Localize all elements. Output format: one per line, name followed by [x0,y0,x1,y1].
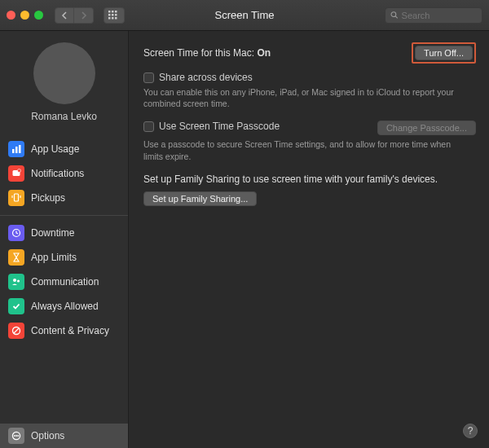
close-window-icon[interactable] [7,11,15,20]
titlebar: Screen Time [0,0,489,31]
svg-rect-6 [108,17,111,20]
svg-point-25 [17,435,19,437]
svg-line-21 [14,328,19,333]
use-passcode-desc: Use a passcode to secure Screen Time set… [143,138,476,161]
svg-rect-3 [108,14,111,16]
minimize-window-icon[interactable] [20,11,29,20]
sidebar-item-label: Notifications [31,168,84,179]
search-field[interactable] [385,7,482,24]
svg-point-15 [18,169,21,173]
user-section: Romana Levko [0,42,128,122]
sidebar-item-label: Options [31,430,64,441]
always-allowed-icon [8,298,24,314]
share-across-devices-label: Share across devices [159,72,253,83]
sidebar-item-options[interactable]: Options [0,424,128,448]
svg-rect-0 [108,11,111,13]
sidebar-item-communication[interactable]: Communication [0,270,128,294]
change-passcode-button[interactable]: Change Passcode... [377,121,476,135]
sidebar-item-label: Always Allowed [31,301,99,312]
turn-off-highlight: Turn Off... [412,42,476,64]
family-sharing-text: Set up Family Sharing to use screen time… [143,173,476,185]
content-privacy-icon [8,323,24,339]
svg-point-19 [17,279,20,282]
sidebar-item-notifications[interactable]: Notifications [0,161,128,186]
grid-icon [108,11,120,20]
svg-point-9 [391,12,396,17]
svg-rect-7 [112,17,114,20]
content-pane: Screen Time for this Mac: On Turn Off...… [129,31,489,448]
sidebar-item-label: App Limits [31,252,77,263]
svg-rect-5 [115,14,117,16]
sidebar-item-label: Downtime [31,227,74,239]
svg-rect-12 [15,147,18,153]
fullscreen-window-icon[interactable] [34,11,43,20]
sidebar-item-app-limits[interactable]: App Limits [0,245,128,270]
screen-time-status: Screen Time for this Mac: On [143,47,271,59]
app-limits-icon [8,249,24,266]
svg-point-18 [13,279,16,282]
notifications-icon [8,165,24,182]
svg-point-23 [14,435,15,437]
communication-icon [8,274,24,290]
window-controls [7,11,43,20]
svg-rect-1 [112,11,114,13]
sidebar-item-label: App Usage [31,143,79,155]
svg-point-24 [15,435,17,437]
search-input[interactable] [402,11,477,20]
sidebar-item-always-allowed[interactable]: Always Allowed [0,294,128,318]
options-icon [8,428,24,444]
share-across-devices-desc: You can enable this on any iPhone, iPad,… [143,86,476,109]
svg-rect-8 [115,17,117,20]
forward-button[interactable] [74,7,94,24]
sidebar-item-downtime[interactable]: Downtime [0,221,128,245]
svg-line-10 [395,16,397,18]
sidebar-item-label: Content & Privacy [31,325,109,336]
svg-rect-4 [112,14,114,16]
use-passcode-checkbox[interactable] [143,121,154,132]
nav-buttons [55,7,94,24]
svg-rect-16 [15,194,19,201]
sidebar: Romana Levko App Usage Notifications Pic… [0,31,129,448]
sidebar-item-label: Pickups [31,192,65,204]
use-passcode-label: Use Screen Time Passcode [159,121,280,132]
app-usage-icon [8,141,24,157]
show-all-button[interactable] [104,7,125,24]
divider [0,215,128,216]
svg-rect-2 [115,11,117,13]
pickups-icon [8,190,24,206]
svg-rect-13 [19,145,21,153]
share-across-devices-checkbox[interactable] [143,72,154,83]
user-name: Romana Levko [31,111,97,122]
sidebar-item-label: Communication [31,276,99,288]
sidebar-item-app-usage[interactable]: App Usage [0,137,128,161]
setup-family-sharing-button[interactable]: Set up Family Sharing... [143,191,257,206]
help-icon: ? [468,425,474,437]
search-icon [390,11,399,20]
sidebar-item-content-privacy[interactable]: Content & Privacy [0,318,128,343]
back-button[interactable] [55,7,74,24]
turn-off-button[interactable]: Turn Off... [415,46,473,60]
downtime-icon [8,225,24,241]
avatar [33,42,95,104]
help-button[interactable]: ? [463,424,478,438]
svg-rect-11 [12,149,15,153]
sidebar-item-pickups[interactable]: Pickups [0,186,128,210]
